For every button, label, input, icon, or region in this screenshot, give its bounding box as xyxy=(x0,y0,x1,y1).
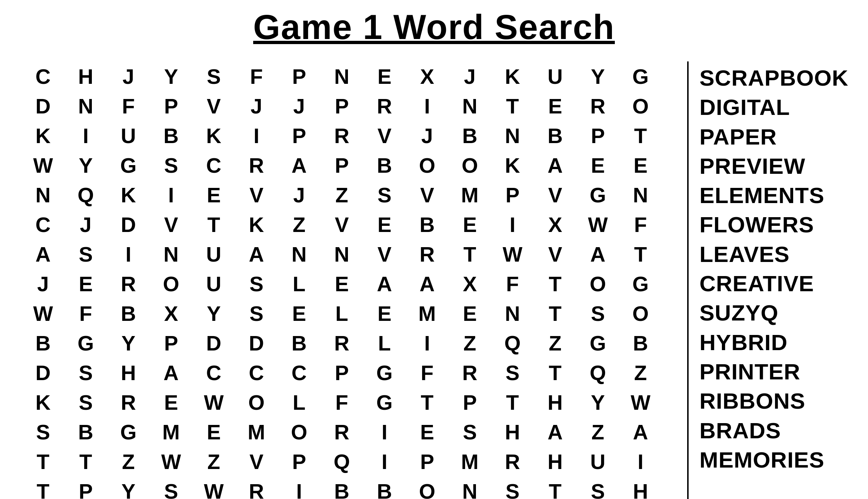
grid-cell-3-7: P xyxy=(320,150,363,180)
grid-cell-1-13: R xyxy=(576,91,619,121)
word-item-1: DIGITAL xyxy=(699,94,848,120)
word-item-5: FLOWERS xyxy=(699,212,848,237)
grid-cell-4-13: G xyxy=(576,180,619,210)
grid-cell-10-10: R xyxy=(448,358,491,387)
grid-cell-6-14: T xyxy=(619,239,662,269)
grid-cell-4-0: N xyxy=(22,180,64,210)
grid-cell-7-13: O xyxy=(576,269,619,298)
grid-cell-11-9: T xyxy=(406,387,448,417)
grid-cell-13-8: I xyxy=(363,447,406,476)
grid-cell-0-13: Y xyxy=(576,61,619,91)
grid-cell-8-9: M xyxy=(406,298,448,328)
grid-cell-0-4: S xyxy=(192,61,235,91)
grid-cell-12-12: A xyxy=(534,417,576,447)
grid-cell-14-11: S xyxy=(491,476,534,499)
grid-cell-8-2: B xyxy=(107,298,150,328)
grid-cell-12-1: B xyxy=(64,417,107,447)
grid-cell-6-5: A xyxy=(235,239,278,269)
grid-cell-5-12: X xyxy=(534,210,576,239)
grid-cell-4-8: S xyxy=(363,180,406,210)
grid-cell-1-11: T xyxy=(491,91,534,121)
grid-cell-10-5: C xyxy=(235,358,278,387)
grid-cell-9-14: B xyxy=(619,328,662,358)
word-item-2: PAPER xyxy=(699,124,848,150)
grid-cell-0-6: P xyxy=(278,61,320,91)
grid-cell-5-13: W xyxy=(576,210,619,239)
grid-cell-11-14: W xyxy=(619,387,662,417)
grid-cell-9-9: I xyxy=(406,328,448,358)
grid-cell-3-2: G xyxy=(107,150,150,180)
grid-cell-3-1: Y xyxy=(64,150,107,180)
grid-cell-6-10: T xyxy=(448,239,491,269)
grid-cell-14-14: H xyxy=(619,476,662,499)
grid-row: BGYPDDBRLIZQZGB xyxy=(22,328,662,358)
grid-cell-0-14: G xyxy=(619,61,662,91)
grid-cell-1-0: D xyxy=(22,91,64,121)
grid-row: TTZWZVPQIPMRHUI xyxy=(22,447,662,476)
grid-cell-7-1: E xyxy=(64,269,107,298)
grid-cell-5-11: I xyxy=(491,210,534,239)
grid-row: DNFPVJJPRINTERO xyxy=(22,91,662,121)
grid-cell-12-13: Z xyxy=(576,417,619,447)
grid-cell-10-2: H xyxy=(107,358,150,387)
grid-row: CJDVTKZVEBEIXWF xyxy=(22,210,662,239)
grid-cell-8-11: N xyxy=(491,298,534,328)
grid-cell-8-4: Y xyxy=(192,298,235,328)
grid-cell-7-5: S xyxy=(235,269,278,298)
grid-cell-6-9: R xyxy=(406,239,448,269)
word-item-7: CREATIVE xyxy=(699,271,848,296)
grid-cell-0-9: X xyxy=(406,61,448,91)
grid-cell-1-8: R xyxy=(363,91,406,121)
grid-cell-13-14: I xyxy=(619,447,662,476)
grid-cell-9-6: B xyxy=(278,328,320,358)
grid-cell-12-5: M xyxy=(235,417,278,447)
grid-cell-5-8: E xyxy=(363,210,406,239)
grid-row: TPYSWRIBBONSTSH xyxy=(22,476,662,499)
grid-cell-11-3: E xyxy=(150,387,192,417)
grid-cell-9-7: R xyxy=(320,328,363,358)
grid-cell-8-12: T xyxy=(534,298,576,328)
word-search-grid: CHJYSFPNEXJKUYGDNFPVJJPRINTEROKIUBKIPRVJ… xyxy=(22,61,676,499)
grid-cell-3-4: C xyxy=(192,150,235,180)
grid-cell-14-2: Y xyxy=(107,476,150,499)
grid-cell-12-14: A xyxy=(619,417,662,447)
grid-cell-7-9: A xyxy=(406,269,448,298)
grid-cell-10-6: C xyxy=(278,358,320,387)
word-item-9: HYBRID xyxy=(699,330,848,355)
grid-cell-10-9: F xyxy=(406,358,448,387)
grid-cell-11-13: Y xyxy=(576,387,619,417)
grid-cell-12-4: E xyxy=(192,417,235,447)
grid-cell-6-1: S xyxy=(64,239,107,269)
grid-cell-13-7: Q xyxy=(320,447,363,476)
grid-cell-6-0: A xyxy=(22,239,64,269)
grid-cell-12-0: S xyxy=(22,417,64,447)
grid-cell-1-4: V xyxy=(192,91,235,121)
grid-cell-1-6: J xyxy=(278,91,320,121)
grid-cell-2-11: N xyxy=(491,121,534,150)
grid-cell-1-7: P xyxy=(320,91,363,121)
word-item-6: LEAVES xyxy=(699,241,848,267)
grid-row: DSHACCCPGFRSTQZ xyxy=(22,358,662,387)
grid-cell-12-3: M xyxy=(150,417,192,447)
grid-cell-1-3: P xyxy=(150,91,192,121)
grid-cell-5-10: E xyxy=(448,210,491,239)
grid-cell-5-5: K xyxy=(235,210,278,239)
grid-cell-12-9: E xyxy=(406,417,448,447)
grid-cell-11-11: T xyxy=(491,387,534,417)
grid-cell-10-14: Z xyxy=(619,358,662,387)
grid-cell-11-6: L xyxy=(278,387,320,417)
grid-cell-7-8: A xyxy=(363,269,406,298)
grid-cell-2-6: P xyxy=(278,121,320,150)
grid-cell-12-8: I xyxy=(363,417,406,447)
grid-cell-10-11: S xyxy=(491,358,534,387)
word-item-10: PRINTER xyxy=(699,359,848,384)
grid-cell-0-10: J xyxy=(448,61,491,91)
grid-cell-7-3: O xyxy=(150,269,192,298)
grid-cell-2-9: J xyxy=(406,121,448,150)
grid-cell-11-8: G xyxy=(363,387,406,417)
grid-cell-0-2: J xyxy=(107,61,150,91)
grid-cell-10-4: C xyxy=(192,358,235,387)
grid-cell-1-1: N xyxy=(64,91,107,121)
grid-cell-14-8: B xyxy=(363,476,406,499)
grid-cell-2-3: B xyxy=(150,121,192,150)
